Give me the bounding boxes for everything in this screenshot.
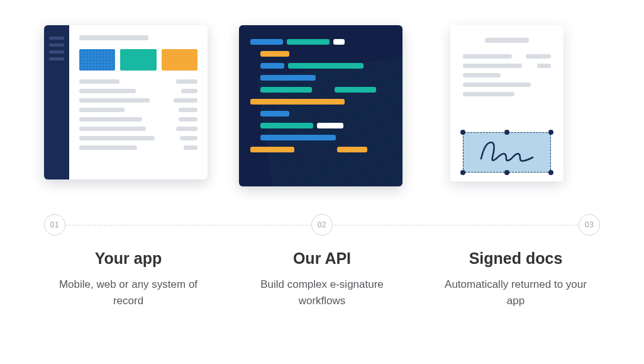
app-sidebar-icon <box>44 25 69 179</box>
document-icon <box>450 25 564 181</box>
step-badge-3: 03 <box>579 214 600 236</box>
process-axis: 01 02 03 <box>44 214 600 236</box>
step-3-title: Signed docs <box>431 249 600 268</box>
step-1-desc: Mobile, web or any system of record <box>44 276 213 309</box>
illustration-row <box>0 0 644 195</box>
our-api-illustration <box>239 25 409 195</box>
step-2-caption: Our API Build complex e-signature workfl… <box>238 249 406 309</box>
signature-field-icon <box>463 132 551 173</box>
code-editor-icon <box>239 25 402 186</box>
dashboard-card-icon <box>79 49 115 71</box>
step-3-desc: Automatically returned to your app <box>431 276 600 309</box>
your-app-illustration <box>44 25 214 195</box>
signed-docs-illustration <box>434 25 604 195</box>
step-1-caption: Your app Mobile, web or any system of re… <box>44 249 213 309</box>
app-window-icon <box>44 25 208 179</box>
step-3-caption: Signed docs Automatically returned to yo… <box>431 249 600 309</box>
step-3 <box>434 25 604 195</box>
step-badge-1: 01 <box>44 214 65 236</box>
step-1 <box>44 25 214 195</box>
dashboard-card-icon <box>162 49 197 71</box>
dashboard-card-icon <box>120 49 156 71</box>
captions-row: Your app Mobile, web or any system of re… <box>0 236 644 309</box>
step-2-desc: Build complex e-signature workflows <box>238 276 406 309</box>
step-2-title: Our API <box>238 249 406 268</box>
step-1-title: Your app <box>44 249 213 268</box>
step-2 <box>239 25 409 195</box>
step-badge-2: 02 <box>311 214 333 236</box>
signature-icon <box>479 140 535 165</box>
